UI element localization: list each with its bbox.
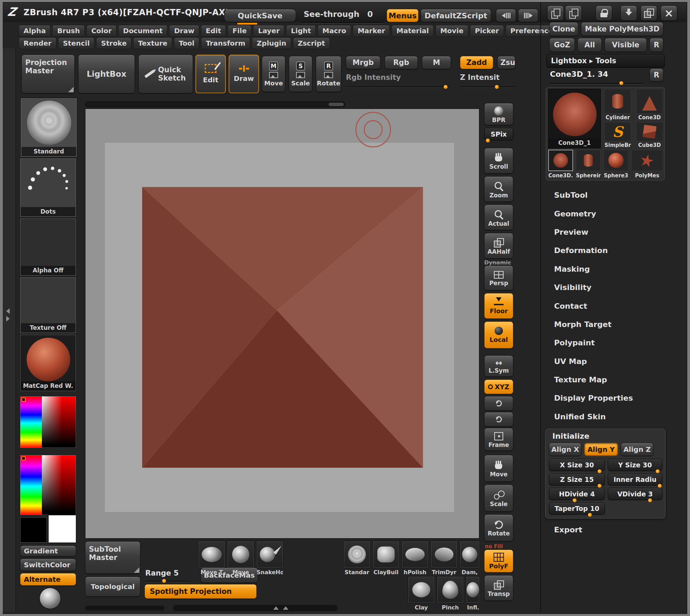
topological-button[interactable]: Topological	[85, 577, 140, 597]
menu-document[interactable]: Document	[118, 25, 168, 37]
menu-movie[interactable]: Movie	[435, 25, 468, 37]
z-intensity-handle[interactable]	[495, 85, 499, 89]
section-preview[interactable]: Preview	[546, 223, 665, 241]
initialize-title[interactable]: Initialize	[552, 432, 589, 440]
aahalf-button[interactable]: AAHalf	[484, 233, 513, 259]
sv-square[interactable]	[42, 455, 76, 515]
secondary-color-swatch[interactable]	[48, 515, 76, 543]
canvas-hscrollbar-handle[interactable]	[329, 103, 344, 106]
hue-strip[interactable]	[20, 455, 42, 515]
bpr-button[interactable]: BPR	[484, 103, 513, 125]
move-3d-button[interactable]: Move	[484, 455, 513, 482]
section-export[interactable]: Export	[554, 525, 582, 534]
brush-thumb-pinch[interactable]	[437, 577, 463, 603]
menu-brush[interactable]: Brush	[52, 25, 85, 37]
rotate-3d-button[interactable]: Rotate	[484, 514, 513, 541]
tray-collapse-right-icon[interactable]	[6, 316, 10, 321]
clone-button[interactable]: Clone	[549, 22, 578, 36]
x-size-slider[interactable]: X Size 30	[549, 459, 605, 471]
current-texture-thumb[interactable]: Texture Off	[20, 277, 76, 333]
menu-stroke[interactable]: Stroke	[96, 37, 131, 49]
tray-collapse-left-icon[interactable]	[6, 308, 10, 314]
active-tool-slider-label[interactable]: Cone3D_1. 34	[550, 70, 608, 78]
tapertop-slider[interactable]: TaperTop 10	[549, 502, 605, 515]
zsub-button[interactable]: Zsu	[497, 56, 515, 69]
range-slider-track[interactable]	[145, 581, 190, 582]
see-through-slider[interactable]	[302, 22, 383, 23]
floor-button[interactable]: Floor	[484, 293, 513, 319]
lsym-button[interactable]: ↔ L.Sym	[484, 355, 513, 377]
visible-button[interactable]: Visible	[605, 38, 647, 52]
document-canvas[interactable]	[85, 109, 479, 539]
section-polypaint[interactable]: Polypaint	[546, 334, 665, 352]
close-button[interactable]: ×	[661, 6, 677, 21]
main-color-swatch[interactable]	[20, 517, 47, 543]
menu-layer[interactable]: Layer	[253, 25, 284, 37]
canvas-hscrollbar[interactable]	[85, 102, 345, 107]
brush-thumb-clay[interactable]	[408, 577, 434, 603]
menu-render[interactable]: Render	[19, 37, 56, 49]
restore-button[interactable]	[641, 6, 657, 21]
zoom-button[interactable]: Zoom	[484, 176, 513, 202]
lock-button[interactable]	[596, 6, 612, 21]
z-size-slider[interactable]: Z Size 15	[549, 473, 605, 486]
bottom-scrollbar[interactable]	[173, 605, 338, 611]
tablet-pressure-left[interactable]	[496, 9, 516, 22]
current-tool-thumb[interactable]: Cone3D_1	[548, 89, 601, 148]
scale-3d-button[interactable]: Scale	[484, 485, 513, 512]
actual-button[interactable]: Actual	[484, 205, 513, 230]
spix-handle[interactable]	[486, 138, 490, 143]
hdivide-slider[interactable]: HDivide 4	[549, 488, 605, 500]
current-material-thumb[interactable]: MatCap Red W.	[20, 335, 76, 391]
section-subtool[interactable]: SubTool	[546, 186, 665, 204]
tool-thumb-sphere3d[interactable]	[604, 150, 628, 171]
draw-button[interactable]: Draw	[229, 55, 259, 93]
align-x-button[interactable]: Align X	[549, 443, 581, 456]
align-z-button[interactable]: Align Z	[621, 443, 653, 456]
menu-color[interactable]: Color	[86, 25, 117, 37]
clip-brush-thumb[interactable]	[39, 588, 61, 609]
edit-button[interactable]: Edit	[195, 55, 226, 93]
scale-button[interactable]: S Scale	[289, 56, 312, 92]
section-unified-skin[interactable]: Unified Skin	[546, 408, 665, 426]
see-through-label[interactable]: See-through	[304, 10, 359, 19]
gyro-z-button[interactable]	[484, 412, 513, 427]
tool-thumb-cone[interactable]	[636, 89, 663, 114]
copy-config-button[interactable]	[547, 6, 564, 21]
menu-file[interactable]: File	[228, 25, 251, 37]
z-intensity-slider[interactable]	[460, 86, 515, 87]
scroll-button[interactable]: Scroll	[484, 148, 513, 174]
all-button[interactable]: All	[578, 38, 602, 52]
section-morph-target[interactable]: Morph Target	[546, 315, 665, 334]
section-masking[interactable]: Masking	[546, 260, 665, 278]
spotlight-projection-button[interactable]: Spotlight Projection	[145, 584, 257, 599]
brush-thumb-standard[interactable]	[344, 541, 370, 568]
menu-marker[interactable]: Marker	[353, 25, 390, 37]
section-texture-map[interactable]: Texture Map	[546, 371, 665, 389]
quick-sketch-button[interactable]: Quick Sketch	[138, 55, 193, 93]
frame-button[interactable]: Frame	[484, 428, 513, 451]
polyframe-button[interactable]: PolyF	[484, 550, 513, 572]
tool-thumb-simplebrush[interactable]: S	[604, 122, 631, 141]
scroll-up-arrow-icon[interactable]	[273, 606, 279, 610]
menus-button[interactable]: Menus	[387, 9, 418, 22]
gyro-y-button[interactable]	[484, 396, 513, 411]
menu-light[interactable]: Light	[286, 25, 316, 37]
scroll-up-arrow-icon[interactable]	[283, 606, 288, 610]
menu-macro[interactable]: Macro	[318, 25, 351, 37]
rgb-intensity-handle[interactable]	[443, 85, 448, 89]
menu-draw[interactable]: Draw	[169, 25, 199, 37]
rgb-button[interactable]: Rgb	[385, 56, 418, 69]
menu-picker[interactable]: Picker	[470, 25, 504, 37]
tool-thumb-polymesh[interactable]: ★	[631, 150, 663, 171]
quicksave-button[interactable]: QuickSave	[224, 9, 296, 22]
menu-zplugin[interactable]: Zplugin	[252, 37, 291, 49]
brush-thumb-damstandard[interactable]	[460, 541, 479, 568]
gradient-button[interactable]: Gradient	[20, 545, 76, 557]
tool-thumb-sphereinder[interactable]	[576, 150, 601, 171]
mrgb-button[interactable]: Mrgb	[346, 56, 380, 69]
brush-thumb-move[interactable]	[228, 541, 254, 568]
menu-texture[interactable]: Texture	[133, 37, 172, 49]
transp-button[interactable]: Transp	[484, 575, 513, 601]
sv-square[interactable]	[42, 396, 76, 448]
